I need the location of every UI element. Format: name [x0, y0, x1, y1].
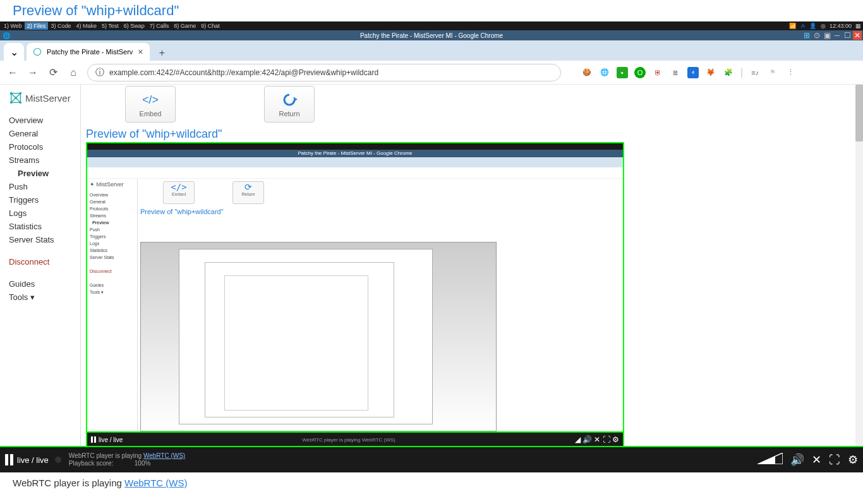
ext-blue-icon[interactable]: 4	[687, 67, 699, 78]
svg-point-20	[637, 297, 660, 320]
sidebar-item-streams[interactable]: Streams	[9, 153, 80, 167]
taskbar-item-game[interactable]: 8) Game	[171, 22, 198, 30]
sidebar-item-general[interactable]: General	[9, 127, 80, 140]
tab-close-icon[interactable]: ×	[138, 47, 143, 57]
window-maximize-icon[interactable]: ☐	[843, 31, 852, 40]
inner-recursion	[140, 242, 497, 431]
svg-point-11	[10, 102, 13, 104]
sidebar-item-guides[interactable]: Guides	[9, 277, 80, 291]
tab-favicon-icon	[33, 47, 42, 56]
scrollbar[interactable]	[855, 85, 863, 447]
ext-globe-icon[interactable]: 🌐	[599, 67, 610, 78]
video-status: WebRTC player is playing WebRTC (WS) Pla…	[69, 452, 185, 467]
tab-title: Patchy the Pirate - MistServ	[47, 48, 133, 56]
ext-green-icon[interactable]: ▪	[617, 67, 628, 78]
browser-tab[interactable]: Patchy the Pirate - MistServ ×	[27, 43, 150, 61]
tray-obs-icon[interactable]: ◎	[819, 22, 827, 30]
taskbar-item-web[interactable]: 1) Web	[1, 22, 25, 30]
new-tab-button[interactable]: +	[155, 45, 170, 61]
taskbar-item-make[interactable]: 4) Make	[73, 22, 99, 30]
taskbar-item-code[interactable]: 3) Code	[48, 22, 73, 30]
preview-heading: Preview of "whip+wildcard"	[81, 126, 863, 142]
video-preview-frame: Patchy the Pirate - MistServer MI - Goog…	[86, 142, 624, 447]
live-indicator[interactable]: live / live	[17, 455, 49, 465]
sidebar-item-logs[interactable]: Logs	[9, 207, 80, 220]
return-icon	[279, 91, 299, 109]
taskbar-item-swap[interactable]: 6) Swap	[121, 22, 147, 30]
footer-protocol-link[interactable]: WebRTC (WS)	[124, 477, 187, 488]
window-minimize-icon[interactable]: ─	[833, 31, 842, 40]
embed-label: Embed	[140, 110, 162, 117]
sidebar-item-preview[interactable]: Preview	[9, 167, 80, 180]
recur-main: </>Embed ⟳Return Preview of "whip+wildca…	[138, 179, 623, 431]
sidebar-item-statistics[interactable]: Statistics	[9, 220, 80, 233]
return-button[interactable]: Return	[264, 86, 315, 123]
chrome-menu-icon[interactable]: ⋮	[785, 67, 796, 78]
ext-list-icon[interactable]: ≡♪	[749, 67, 761, 78]
tray-person-icon[interactable]: 👤	[809, 22, 817, 30]
svg-line-15	[648, 308, 737, 371]
settings-icon[interactable]: ⚙	[848, 453, 858, 467]
sidebar-item-triggers[interactable]: Triggers	[9, 193, 80, 207]
tray-icon[interactable]: 📶	[789, 22, 797, 30]
svg-marker-1	[0, 308, 80, 447]
ext-origin-icon[interactable]: O	[634, 67, 646, 78]
tab-list-dropdown[interactable]: ⌄	[4, 43, 24, 61]
speaker-icon[interactable]: 🔊	[790, 453, 804, 467]
ext-puzzle-icon[interactable]: 🧩	[723, 67, 734, 78]
sidebar-item-serverstats[interactable]: Server Stats	[9, 233, 80, 246]
svg-point-0	[33, 48, 40, 55]
sidebar-item-disconnect[interactable]: Disconnect	[9, 255, 80, 268]
sidebar-item-push[interactable]: Push	[9, 180, 80, 193]
omnibox[interactable]: ⓘ example.com:4242/#Account&http://examp…	[87, 64, 561, 81]
window-layer-icon[interactable]: ▣	[823, 31, 831, 40]
svg-line-16	[762, 270, 838, 321]
return-label: Return	[279, 110, 299, 117]
taskbar-item-files[interactable]: 2) Files	[25, 22, 49, 30]
reload-button[interactable]: ⟳	[47, 66, 59, 79]
chrome-title-bar: 🌐 Patchy the Pirate - MistServer MI - Go…	[0, 30, 863, 40]
embed-icon: </>	[140, 91, 160, 109]
svg-marker-2	[0, 352, 80, 447]
chrome-window-title: Patchy the Pirate - MistServer MI - Goog…	[360, 32, 503, 39]
protocol-link[interactable]: WebRTC (WS)	[143, 452, 185, 459]
svg-point-12	[20, 102, 22, 104]
sidebar-item-protocols[interactable]: Protocols	[9, 140, 80, 153]
pip-icon[interactable]: ⛶	[829, 453, 840, 467]
back-button[interactable]: ←	[6, 66, 19, 79]
volume-slider[interactable]	[757, 453, 783, 467]
window-close-icon[interactable]: ✕	[853, 31, 862, 40]
pause-button[interactable]	[5, 454, 13, 465]
sidebar-item-tools[interactable]: Tools ▾	[9, 291, 80, 304]
window-pin-icon[interactable]: ⊙	[812, 31, 821, 40]
site-info-icon[interactable]: ⓘ	[95, 67, 104, 78]
video-controls: live / live WebRTC player is playing Web…	[0, 447, 863, 472]
shuffle-icon[interactable]: ✕	[812, 453, 821, 467]
svg-point-22	[725, 360, 748, 383]
recur-chrome-title: Patchy the Pirate - MistServer MI - Goog…	[87, 150, 623, 157]
svg-line-17	[737, 321, 838, 371]
svg-point-10	[20, 92, 22, 95]
taskbar-item-chat[interactable]: 9) Chat	[198, 22, 222, 30]
svg-point-21	[751, 259, 773, 282]
embed-button[interactable]: </> Embed	[125, 86, 176, 123]
window-grid-icon[interactable]: ⊞	[802, 31, 811, 40]
footer-status: WebRTC player is playing WebRTC (WS)	[0, 472, 863, 493]
taskbar-item-calls[interactable]: 7) Calls	[147, 22, 172, 30]
ext-shield-icon[interactable]: ⛨	[652, 67, 663, 78]
ext-note-icon[interactable]: 🗎	[670, 67, 681, 78]
taskbar-item-test[interactable]: 5) Test	[99, 22, 121, 30]
svg-line-19	[812, 321, 838, 435]
ext-cookie-icon[interactable]: 🍪	[581, 67, 593, 78]
recur-url-bar	[87, 167, 623, 179]
forward-button[interactable]: →	[27, 66, 39, 79]
ext-flag-icon[interactable]: ⚑	[767, 67, 778, 78]
home-button[interactable]: ⌂	[67, 66, 80, 79]
chrome-app-icon: 🌐	[3, 32, 10, 39]
sidebar-logo[interactable]: MistServer	[9, 91, 80, 105]
tray-grid-icon[interactable]: ▦	[854, 22, 862, 30]
tray-arch-icon[interactable]: A	[799, 22, 807, 30]
recur-tab-strip	[87, 157, 623, 167]
sidebar-item-overview[interactable]: Overview	[9, 114, 80, 127]
ext-fox-icon[interactable]: 🦊	[705, 67, 716, 78]
